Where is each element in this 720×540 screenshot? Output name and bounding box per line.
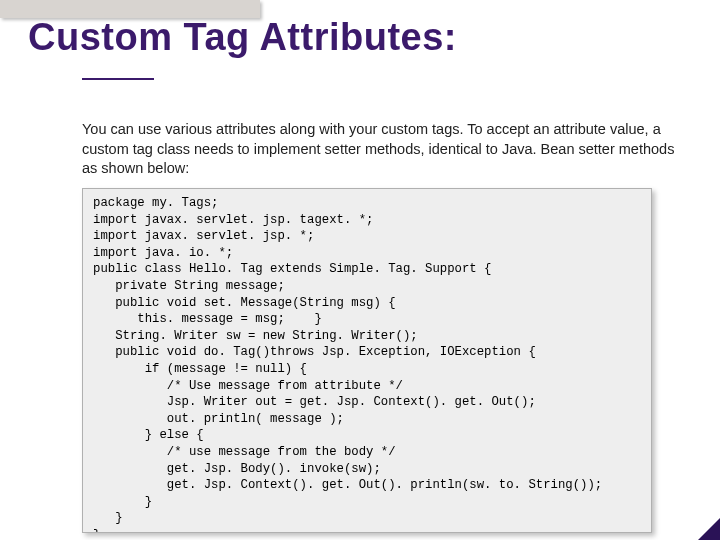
title-underline	[82, 78, 154, 80]
body-paragraph: You can use various attributes along wit…	[82, 120, 680, 179]
code-block: package my. Tags; import javax. servlet.…	[82, 188, 652, 533]
slide-title: Custom Tag Attributes:	[28, 16, 457, 59]
code-content: package my. Tags; import javax. servlet.…	[93, 195, 641, 533]
corner-accent-icon	[698, 518, 720, 540]
